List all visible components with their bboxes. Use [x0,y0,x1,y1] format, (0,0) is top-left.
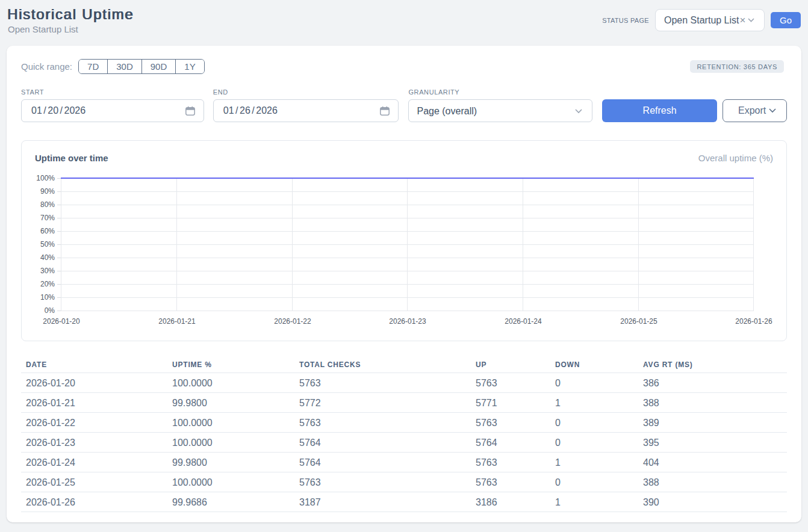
svg-text:2026-01-24: 2026-01-24 [505,317,542,326]
svg-text:2026-01-26: 2026-01-26 [735,317,772,326]
svg-text:10%: 10% [40,293,55,302]
svg-text:100%: 100% [36,174,55,182]
svg-text:2026-01-21: 2026-01-21 [158,317,196,326]
svg-text:70%: 70% [40,214,55,222]
svg-text:50%: 50% [40,240,55,249]
svg-text:90%: 90% [40,187,55,196]
svg-text:60%: 60% [40,227,55,235]
svg-text:20%: 20% [40,280,55,288]
svg-text:30%: 30% [40,267,55,275]
svg-text:2026-01-25: 2026-01-25 [620,317,657,326]
svg-text:40%: 40% [40,253,55,262]
svg-text:2026-01-22: 2026-01-22 [274,317,311,326]
svg-text:80%: 80% [40,200,55,209]
svg-text:2026-01-23: 2026-01-23 [389,317,426,326]
svg-text:0%: 0% [45,306,55,315]
svg-text:2026-01-20: 2026-01-20 [43,317,80,326]
